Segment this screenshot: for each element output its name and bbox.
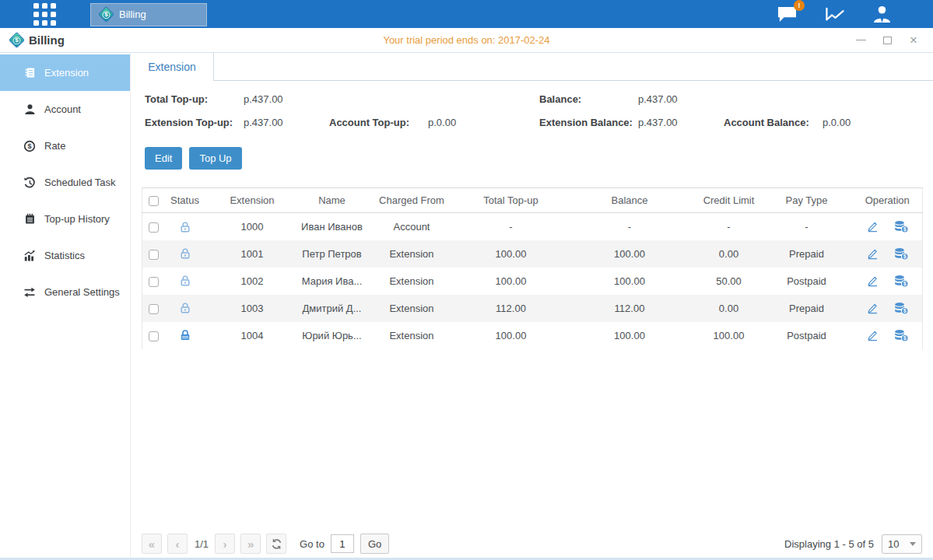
go-button[interactable]: Go <box>360 534 389 554</box>
topup-icon[interactable]: $ <box>893 247 909 261</box>
rate-icon: $ <box>23 140 36 152</box>
billing-window: $ Billing ! $ <box>0 0 933 560</box>
cell-name: Дмитрий Д... <box>300 295 364 322</box>
main-content: Extension Total Top-up:p.437.00 Balance:… <box>131 53 933 558</box>
table-header-row: Status Extension Name Charged From Total… <box>142 188 923 213</box>
table-row[interactable]: 1001 Петр Петров Extension 100.00 100.00… <box>142 240 923 268</box>
cell-extension: 1004 <box>205 322 300 349</box>
cell-pay-type: Postpaid <box>761 322 853 349</box>
edit-icon[interactable] <box>866 329 879 342</box>
statistics-chart-icon[interactable] <box>823 5 847 24</box>
general-settings-icon <box>23 286 36 299</box>
col-status: Status <box>166 188 205 213</box>
extension-balance: Extension Balance:p.437.00 <box>539 117 724 128</box>
row-checkbox[interactable] <box>149 304 159 314</box>
sidebar-item-account[interactable]: Account <box>0 91 130 128</box>
window-title: Billing <box>29 33 65 47</box>
sidebar-item-label: Rate <box>44 140 65 152</box>
table-row[interactable]: 1000 Иван Иванов Account - - - - <box>142 213 923 240</box>
last-page-button[interactable]: » <box>240 534 261 554</box>
cell-total-topup: 100.00 <box>460 322 563 349</box>
cell-balance: 100.00 <box>563 268 697 295</box>
balance: Balance:p.437.00 <box>539 93 724 105</box>
minimize-button[interactable] <box>855 35 866 46</box>
cell-extension: 1002 <box>205 268 300 295</box>
next-page-button[interactable]: › <box>215 534 235 554</box>
cell-extension: 1003 <box>205 295 300 322</box>
svg-text:$: $ <box>903 335 907 341</box>
topup-icon[interactable]: $ <box>893 275 909 288</box>
refresh-button[interactable] <box>266 534 286 554</box>
topup-icon[interactable]: $ <box>893 329 909 342</box>
page-size-select[interactable]: 10 <box>882 534 922 554</box>
col-credit-limit: Credit Limit <box>697 188 761 213</box>
toolbar: Edit Top Up <box>142 147 922 170</box>
edit-icon[interactable] <box>866 275 879 288</box>
sidebar-item-statistics[interactable]: Statistics <box>0 237 130 274</box>
first-page-button[interactable]: « <box>142 534 162 554</box>
row-checkbox[interactable] <box>149 277 159 287</box>
page-size-value: 10 <box>888 538 899 550</box>
summary-panel: Total Top-up:p.437.00 Balance:p.437.00 E… <box>142 93 922 128</box>
cell-total-topup: 100.00 <box>460 268 563 295</box>
cell-total-topup: 100.00 <box>460 240 563 268</box>
col-name: Name <box>300 188 364 213</box>
taskbar-tab-label: Billing <box>119 9 146 20</box>
svg-text:$: $ <box>903 308 907 314</box>
cell-name: Петр Петров <box>300 240 364 268</box>
cell-credit-limit: - <box>697 213 761 240</box>
cell-charged-from: Extension <box>364 268 460 295</box>
statistics-icon <box>23 250 36 262</box>
cell-name: Иван Иванов <box>300 213 364 240</box>
total-topup: Total Top-up:p.437.00 <box>145 93 329 105</box>
cell-pay-type: Prepaid <box>761 295 853 322</box>
select-all-checkbox[interactable] <box>149 196 159 206</box>
topup-history-icon <box>23 213 36 225</box>
status-unlocked-icon <box>179 221 191 233</box>
topup-button[interactable]: Top Up <box>189 147 241 170</box>
messages-icon[interactable]: ! <box>776 5 798 24</box>
table-row[interactable]: 1004 Юрий Юрь... Extension 100.00 100.00… <box>142 322 923 349</box>
apps-grid-icon[interactable] <box>33 3 56 26</box>
sidebar-item-label: Top-up History <box>44 213 110 225</box>
window-titlebar: $ Billing Your trial period ends on: 201… <box>0 28 933 53</box>
sidebar-item-general-settings[interactable]: General Settings <box>0 274 130 310</box>
row-checkbox[interactable] <box>149 222 159 233</box>
status-unlocked-icon <box>179 275 191 287</box>
cell-extension: 1000 <box>205 213 300 240</box>
topup-icon[interactable]: $ <box>893 220 909 233</box>
extensions-table: Status Extension Name Charged From Total… <box>142 187 923 349</box>
account-balance: Account Balance:p.0.00 <box>724 117 922 128</box>
sidebar-item-rate[interactable]: $ Rate <box>0 128 130 164</box>
row-checkbox[interactable] <box>149 250 159 260</box>
cell-total-topup: 112.00 <box>460 295 563 322</box>
taskbar-tab-billing[interactable]: $ Billing <box>90 3 207 26</box>
cell-charged-from: Extension <box>364 295 460 322</box>
user-icon[interactable] <box>872 5 893 24</box>
table-row[interactable]: 1002 Мария Ива... Extension 100.00 100.0… <box>142 268 923 295</box>
cell-pay-type: Prepaid <box>761 240 853 268</box>
edit-icon[interactable] <box>866 220 879 233</box>
cell-balance: - <box>563 213 697 240</box>
table-body: 1000 Иван Иванов Account - - - - <box>142 213 923 349</box>
goto-page-input[interactable] <box>331 534 354 553</box>
maximize-button[interactable] <box>882 35 893 46</box>
cell-credit-limit: 100.00 <box>697 322 761 349</box>
edit-icon[interactable] <box>866 302 879 315</box>
topup-icon[interactable]: $ <box>893 302 909 315</box>
cell-charged-from: Extension <box>364 322 460 349</box>
table-row[interactable]: 1003 Дмитрий Д... Extension 112.00 112.0… <box>142 295 923 322</box>
pagination-bar: « ‹ 1/1 › » Go to Go Displaying <box>142 534 922 558</box>
close-button[interactable]: × <box>908 35 919 46</box>
cell-name: Мария Ива... <box>300 268 364 295</box>
prev-page-button[interactable]: ‹ <box>167 534 188 554</box>
sidebar-item-scheduled-task[interactable]: Scheduled Task <box>0 164 130 201</box>
tab-extension[interactable]: Extension <box>131 53 214 81</box>
edit-button[interactable]: Edit <box>145 147 182 170</box>
sidebar-item-extension[interactable]: Extension <box>0 54 130 91</box>
edit-icon[interactable] <box>866 247 879 261</box>
status-unlocked-icon <box>179 302 191 314</box>
row-checkbox[interactable] <box>149 331 159 341</box>
col-charged-from: Charged From <box>364 188 460 213</box>
sidebar-item-topup-history[interactable]: Top-up History <box>0 201 130 237</box>
